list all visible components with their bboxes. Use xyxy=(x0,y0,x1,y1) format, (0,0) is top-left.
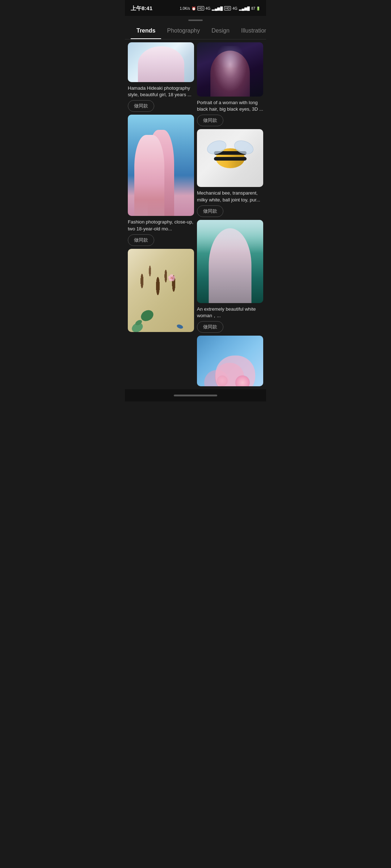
action-button-2[interactable]: 做同款 xyxy=(197,115,223,126)
tab-bar: Trends Photography Design Illustration xyxy=(125,23,266,39)
bee-wing-right xyxy=(232,138,255,157)
bee-illustration xyxy=(216,148,245,168)
bottom-bar xyxy=(174,395,217,396)
action-button-5[interactable]: 做同款 xyxy=(197,321,223,333)
tab-trends[interactable]: Trends xyxy=(131,23,161,39)
drag-handle xyxy=(125,16,266,23)
card-image-fashion[interactable] xyxy=(128,115,194,216)
battery-display: 87 🔋 xyxy=(251,7,260,10)
right-column: Portrait of a woman with long black hair… xyxy=(197,42,263,386)
card-portrait-dark: Portrait of a woman with long black hair… xyxy=(197,42,263,129)
action-button-1[interactable]: 做同款 xyxy=(128,100,154,112)
hd-badge-2: HD xyxy=(224,6,231,10)
card-image-underwater[interactable] xyxy=(197,220,263,303)
card-underwater: An extremely beautiful white woman，... 做… xyxy=(197,220,263,336)
signal-bars-1: ▂▄▆█ xyxy=(212,7,223,10)
action-button-4[interactable]: 做同款 xyxy=(197,205,223,217)
battery-percent: 87 xyxy=(251,7,255,10)
alarm-icon: ⏰ xyxy=(192,7,196,10)
bottom-nav xyxy=(125,389,266,401)
card-image-flowers[interactable] xyxy=(197,336,263,386)
status-time: 上午8:41 xyxy=(131,5,152,12)
bee-wing-left xyxy=(205,138,228,157)
left-column: Hamada Hideaki photography style, beauti… xyxy=(128,42,194,386)
card-image-girl-white[interactable] xyxy=(128,42,194,82)
card-title-3: Fashion photography, close-up, two 18-ye… xyxy=(128,219,194,232)
hd-badge-1: HD xyxy=(197,6,204,10)
battery-icon-symbol: 🔋 xyxy=(256,7,260,10)
card-title-4: Mechanical bee, transparent, milky white… xyxy=(197,190,263,203)
card-image-portrait[interactable] xyxy=(197,42,263,97)
card-girl-white: Hamada Hideaki photography style, beauti… xyxy=(128,42,194,115)
card-title-5: An extremely beautiful white woman，... xyxy=(197,306,263,319)
status-icons: 1.0K/s ⏰ HD 4G ▂▄▆█ HD 4G ▂▄▆█ 87 🔋 xyxy=(180,6,260,10)
card-flowers xyxy=(197,336,263,386)
card-title-1: Hamada Hideaki photography style, beauti… xyxy=(128,85,194,98)
signal-bars-2: ▂▄▆█ xyxy=(239,7,250,10)
drag-handle-bar xyxy=(188,20,203,21)
tab-illustration[interactable]: Illustration xyxy=(235,23,266,39)
action-button-3[interactable]: 做同款 xyxy=(128,234,154,246)
signal-4g-2: 4G xyxy=(232,7,237,10)
card-grid: Hamada Hideaki photography style, beauti… xyxy=(128,42,263,386)
card-image-bee[interactable] xyxy=(197,129,263,187)
status-bar: 上午8:41 1.0K/s ⏰ HD 4G ▂▄▆█ HD 4G ▂▄▆█ 87… xyxy=(125,0,266,16)
card-title-2: Portrait of a woman with long black hair… xyxy=(197,99,263,112)
bee-body xyxy=(216,148,245,168)
content-area: Hamada Hideaki photography style, beauti… xyxy=(125,39,266,389)
signal-4g-1: 4G xyxy=(206,7,210,10)
card-bee: Mechanical bee, transparent, milky white… xyxy=(197,129,263,220)
card-image-birds[interactable] xyxy=(128,249,194,332)
tab-photography[interactable]: Photography xyxy=(161,23,206,39)
card-birds xyxy=(128,249,194,332)
card-fashion-pink: Fashion photography, close-up, two 18-ye… xyxy=(128,115,194,248)
tab-design[interactable]: Design xyxy=(206,23,235,39)
network-speed: 1.0K/s xyxy=(180,7,190,10)
